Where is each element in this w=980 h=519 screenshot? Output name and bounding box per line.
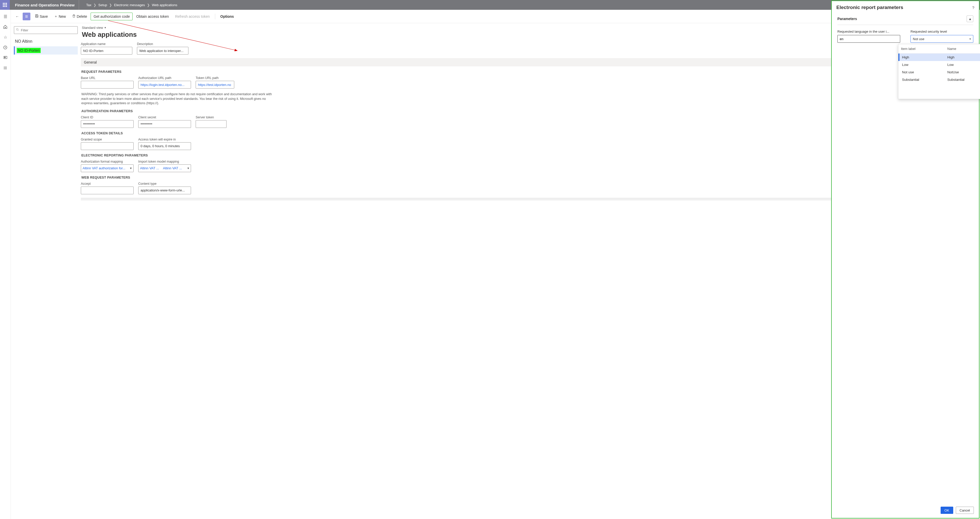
granted-scope-label: Granted scope: [81, 138, 134, 141]
server-token-input[interactable]: [196, 120, 226, 128]
svg-rect-6: [3, 6, 4, 7]
search-icon: [16, 28, 19, 32]
star-icon[interactable]: ☆: [3, 35, 8, 40]
save-icon: [35, 14, 38, 19]
svg-rect-3: [3, 5, 4, 5]
nav-rail: ☰ ☆: [0, 10, 11, 519]
filter-input[interactable]: [14, 26, 78, 34]
expire-label: Access token will expire in: [138, 138, 191, 141]
dropdown-option[interactable]: Not use NotUse: [899, 68, 980, 76]
flyout-title: Electronic report parameters: [836, 5, 903, 10]
workspace-icon[interactable]: [3, 55, 8, 60]
option-name: Substantial: [947, 78, 964, 82]
new-button[interactable]: ＋ New: [51, 13, 68, 20]
option-name: NotUse: [947, 70, 959, 74]
import-map-select[interactable]: Altinn VAT ... Altinn VAT ... ▾: [138, 164, 191, 172]
client-id-label: Client ID: [81, 116, 134, 119]
granted-scope-input[interactable]: [81, 142, 134, 150]
save-button[interactable]: Save: [32, 13, 51, 20]
token-url-input[interactable]: [196, 81, 234, 89]
accept-input[interactable]: [81, 187, 134, 194]
new-label: New: [59, 14, 66, 19]
security-level-value: Not use: [913, 37, 969, 41]
collapse-button[interactable]: ▴: [967, 16, 973, 22]
cancel-button[interactable]: Cancel: [956, 507, 974, 514]
list-icon[interactable]: [3, 65, 8, 70]
svg-point-14: [4, 68, 4, 68]
client-id-input[interactable]: [81, 120, 134, 128]
clock-icon[interactable]: [3, 45, 8, 50]
chevron-right-icon: ❯: [94, 3, 96, 7]
chevron-right-icon: ❯: [147, 3, 150, 7]
help-icon[interactable]: ?: [972, 5, 974, 10]
option-label: Substantial: [902, 78, 947, 82]
dropdown-option[interactable]: High High: [899, 54, 980, 61]
list-item[interactable]: NO ID-Porten: [14, 46, 78, 54]
base-url-label: Base URL: [81, 76, 134, 80]
chevron-up-icon: ▴: [969, 17, 971, 21]
obtain-access-token-button[interactable]: Obtain access token: [134, 13, 172, 20]
flyout-dialog: Electronic report parameters ? Parameter…: [831, 0, 980, 519]
dropdown-col-item-label: Item label: [901, 47, 947, 51]
separator: [215, 14, 215, 19]
breadcrumb: Tax ❯ Setup ❯ Electronic messages ❯ Web …: [79, 3, 177, 7]
chevron-down-icon: ▾: [969, 37, 971, 41]
breadcrumb-item[interactable]: Setup: [98, 3, 107, 7]
chevron-down-icon: ▾: [105, 26, 106, 29]
get-authorization-code-button[interactable]: Get authorization code: [91, 13, 132, 20]
ok-button[interactable]: OK: [940, 507, 953, 514]
content-type-input[interactable]: [138, 187, 191, 194]
trash-icon: [72, 14, 76, 19]
back-button[interactable]: ←: [13, 13, 22, 20]
requested-security-level-combo[interactable]: Not use ▾: [910, 35, 973, 43]
list-group-header: NO Altinn: [14, 38, 78, 46]
client-secret-input[interactable]: [138, 120, 191, 128]
options-button[interactable]: Options: [218, 13, 237, 20]
option-label: High: [902, 56, 947, 59]
chevron-down-icon: ▾: [129, 166, 132, 170]
auth-fmt-label: Authorization format mapping: [81, 160, 134, 163]
dropdown-option[interactable]: Substantial Substantial: [899, 76, 980, 83]
parameters-section-label: Parameters: [837, 17, 857, 21]
breadcrumb-item[interactable]: Web applications: [152, 3, 177, 7]
hamburger-icon[interactable]: ☰: [3, 14, 8, 19]
requested-language-input[interactable]: [837, 35, 900, 43]
import-map-value-a: Altinn VAT ...: [140, 166, 159, 170]
delete-button[interactable]: Delete: [70, 13, 89, 20]
server-token-label: Server token: [196, 116, 226, 119]
security-level-dropdown: Item label Name ⋮ High High Low Low: [898, 44, 980, 99]
auth-url-input[interactable]: [138, 81, 191, 89]
breadcrumb-item[interactable]: Electronic messages: [114, 3, 145, 7]
option-label: Not use: [902, 70, 947, 74]
home-icon[interactable]: [3, 24, 8, 29]
expire-input[interactable]: [138, 142, 191, 150]
save-label: Save: [40, 14, 48, 19]
waffle-icon[interactable]: [0, 0, 10, 10]
base-url-input[interactable]: [81, 81, 134, 89]
svg-rect-2: [6, 3, 7, 4]
warning-text: WARNING: Third party services or other s…: [81, 92, 277, 106]
option-name: Low: [947, 63, 954, 67]
edit-mode-button[interactable]: [23, 13, 30, 20]
dropdown-col-name: Name: [947, 47, 980, 51]
auth-fmt-select[interactable]: Altinn VAT authorization for... ▾: [81, 164, 134, 172]
accept-label: Accept: [81, 182, 134, 186]
app-name-label: Application name: [81, 42, 132, 46]
dropdown-option[interactable]: Low Low: [899, 61, 980, 68]
description-label: Description: [137, 42, 188, 46]
svg-point-25: [16, 29, 18, 30]
description-input[interactable]: [137, 47, 188, 54]
obtain-token-label: Obtain access token: [136, 14, 169, 19]
refresh-token-label: Refresh access token: [175, 14, 210, 19]
chevron-down-icon: ▾: [186, 166, 189, 170]
options-label: Options: [220, 14, 234, 19]
token-url-label: Token URL path: [196, 76, 234, 80]
auth-url-label: Authorization URL path: [138, 76, 191, 80]
auth-fmt-value: Altinn VAT authorization for...: [83, 166, 126, 170]
app-name-input[interactable]: [81, 47, 132, 54]
option-label: Low: [902, 63, 947, 67]
import-map-value-b: Altinn VAT ...: [163, 166, 182, 170]
svg-rect-7: [5, 6, 5, 7]
list-pane: NO Altinn NO ID-Porten: [11, 23, 81, 519]
breadcrumb-item[interactable]: Tax: [86, 3, 91, 7]
